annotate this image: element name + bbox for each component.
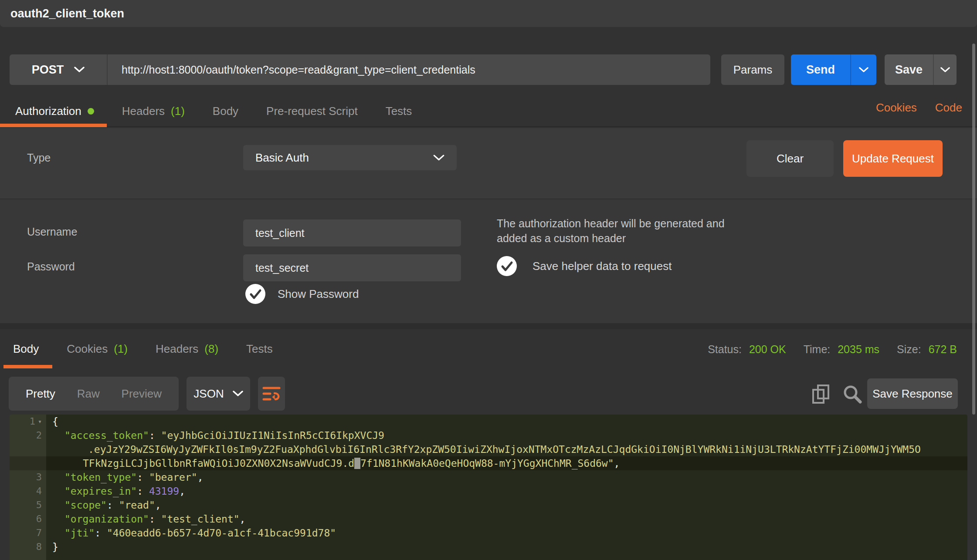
username-label: Username	[27, 226, 77, 238]
auth-credentials-band	[0, 199, 977, 329]
show-password-toggle[interactable]: Show Password	[245, 284, 359, 304]
code-token: "organization"	[64, 513, 149, 525]
vertical-scrollbar[interactable]	[972, 44, 975, 415]
status-group: Status: 200 OK	[708, 343, 786, 356]
auth-type-value: Basic Auth	[255, 151, 309, 165]
line-number-gutter: 5	[10, 498, 46, 512]
tab-pre-request-script[interactable]: Pre-request Script	[266, 105, 358, 118]
code-token: :	[95, 527, 107, 539]
chevron-down-icon[interactable]	[74, 67, 85, 73]
checkbox-checked-icon[interactable]	[497, 256, 517, 276]
status-label: Status:	[708, 343, 742, 355]
line-number-gutter: 7	[10, 526, 46, 540]
tab-headers[interactable]: Headers (1)	[122, 105, 185, 118]
code-token: 7f1N81hKWakA0eQeHOqW88-mYjYGgXHChMR_S6d6…	[360, 458, 614, 469]
code-token: "access_token"	[64, 430, 149, 441]
code-token: ,	[179, 486, 185, 497]
tab-label: Body	[13, 342, 39, 356]
tab-label: Authorization	[15, 105, 81, 118]
code-line: "organization": "test_client",	[46, 512, 967, 526]
code-line: "scope": "read",	[46, 498, 967, 512]
code-token: "scope"	[64, 499, 107, 511]
code-token: "test_client"	[161, 513, 240, 525]
code-token: "expires_in"	[64, 486, 137, 497]
tab-label: Pre-request Script	[266, 105, 358, 118]
tab-label: Headers	[156, 342, 198, 356]
tab-response-tests[interactable]: Tests	[246, 342, 273, 356]
format-value: JSON	[193, 387, 224, 401]
send-button[interactable]: Send	[791, 54, 876, 85]
line-number-gutter	[10, 442, 46, 456]
method-label: POST	[32, 63, 64, 77]
view-pretty[interactable]: Pretty	[26, 387, 55, 401]
view-raw[interactable]: Raw	[77, 387, 100, 401]
tab-response-cookies[interactable]: Cookies (1)	[67, 342, 128, 356]
code-token: "eyJhbGciOiJIUzI1NiIsInR5cCI6IkpXVCJ9	[161, 430, 384, 441]
app-window: oauth2_client_token POST Params Send	[0, 0, 977, 560]
params-button[interactable]: Params	[721, 54, 784, 85]
active-response-tab-underline	[3, 365, 52, 368]
auth-type-dropdown[interactable]: Basic Auth	[243, 145, 457, 170]
clear-button[interactable]: Clear	[746, 140, 834, 177]
password-field[interactable]	[243, 254, 461, 281]
checkbox-checked-icon[interactable]	[245, 284, 265, 304]
search-icon	[842, 384, 863, 405]
corner-links: Cookies Code	[876, 101, 962, 115]
code-token: "read"	[119, 499, 155, 511]
tab-response-body[interactable]: Body	[13, 342, 39, 356]
send-dropdown[interactable]	[850, 54, 876, 85]
code-token: :	[137, 486, 149, 497]
wrap-text-button[interactable]	[258, 377, 285, 411]
method-select[interactable]: POST	[10, 54, 108, 85]
save-helper-label: Save helper data to request	[533, 260, 672, 273]
code-row: 6"organization": "test_client",	[10, 512, 967, 526]
chevron-down-icon	[859, 67, 868, 73]
active-tab-underline	[0, 124, 107, 127]
tab-body[interactable]: Body	[213, 105, 238, 118]
tab-response-headers[interactable]: Headers (8)	[156, 342, 218, 356]
code-row: 4"expires_in": 43199,	[10, 484, 967, 498]
cookies-link[interactable]: Cookies	[876, 101, 917, 115]
code-token: "460eadd6-b657-4d70-a1cf-41bcac991d78"	[107, 527, 336, 539]
text-cursor: _	[354, 458, 360, 469]
line-number-gutter: 2	[10, 428, 46, 442]
helper-line-1: The authorization header will be generat…	[497, 216, 725, 231]
line-number-gutter: 3	[10, 470, 46, 484]
code-token: .eyJzY29wZSI6WyJyZWFkIl0sIm9yZ2FuaXphdGl…	[88, 444, 921, 455]
url-row: POST Params Send Save	[0, 54, 977, 85]
tab-label: Tests	[386, 105, 412, 118]
send-label[interactable]: Send	[791, 54, 850, 85]
line-number: 6	[36, 512, 42, 526]
tab-tests[interactable]: Tests	[386, 105, 412, 118]
save-button[interactable]: Save	[885, 54, 957, 85]
tab-authorization[interactable]: Authorization	[15, 105, 94, 118]
url-field[interactable]	[108, 54, 710, 85]
line-number-gutter	[10, 456, 46, 470]
password-label: Password	[27, 260, 75, 273]
fold-arrow-icon[interactable]: ▾	[38, 415, 42, 428]
line-number: 2	[36, 428, 42, 442]
view-preview[interactable]: Preview	[122, 387, 162, 401]
code-token: "bearer"	[149, 472, 197, 483]
code-link[interactable]: Code	[935, 101, 962, 115]
code-token: TFkNzgiLCJjbGllbnRfaWQiOiJ0ZXN0X2NsaWVud…	[83, 458, 354, 469]
save-label[interactable]: Save	[885, 54, 933, 85]
save-helper-toggle[interactable]: Save helper data to request	[497, 256, 672, 276]
line-number: 1	[30, 415, 35, 428]
url-input[interactable]	[121, 63, 710, 77]
username-field[interactable]	[243, 219, 461, 246]
code-token: }	[52, 541, 58, 553]
code-token: :	[149, 430, 161, 441]
save-dropdown[interactable]	[933, 54, 957, 85]
update-request-button[interactable]: Update Request	[843, 140, 943, 177]
status-value: 200 OK	[749, 343, 786, 355]
copy-response-button[interactable]	[811, 384, 831, 405]
line-number-gutter: 4	[10, 484, 46, 498]
code-token: ,	[240, 513, 246, 525]
search-response-button[interactable]	[842, 384, 863, 405]
save-response-button[interactable]: Save Response	[867, 378, 958, 409]
code-row: 5"scope": "read",	[10, 498, 967, 512]
format-dropdown[interactable]: JSON	[187, 377, 250, 411]
code-rows: 1▾{2"access_token": "eyJhbGciOiJIUzI1NiI…	[10, 415, 967, 554]
response-body-editor[interactable]: 1▾{2"access_token": "eyJhbGciOiJIUzI1NiI…	[10, 415, 967, 560]
